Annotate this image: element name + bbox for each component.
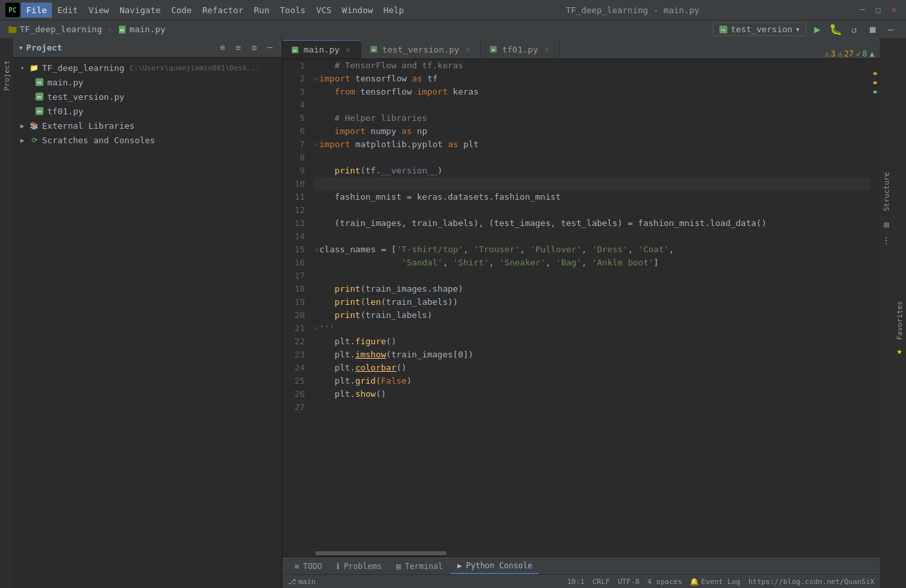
url-display[interactable]: https://blog.csdn.net/QuanSiX — [748, 577, 874, 586]
code-line-14 — [314, 230, 871, 243]
code-editor: 1 2 3 4 5 6 7 8 9 10 11 12 13 14 15 16 1… — [283, 59, 880, 550]
menu-refactor[interactable]: Refactor — [197, 3, 249, 18]
rerun-button[interactable]: ↺ — [847, 22, 861, 37]
settings-button[interactable]: ⚙ — [248, 41, 261, 55]
structure-label[interactable]: Structure — [880, 170, 894, 214]
ok-count[interactable]: ✓ 8 — [856, 49, 867, 58]
tab-tf01-close[interactable]: ✕ — [542, 45, 551, 54]
tab-tf01[interactable]: py tf01.py ✕ — [481, 40, 560, 58]
horizontal-scrollbar[interactable] — [283, 550, 880, 556]
menu-help[interactable]: Help — [378, 3, 409, 18]
project-side-label[interactable]: Project — [0, 58, 14, 93]
project-side-panel: Project — [0, 38, 13, 588]
svg-text:py: py — [492, 48, 495, 51]
code-line-25: plt.grid(False) — [314, 374, 871, 388]
code-line-9: print(tf.__version__) — [314, 164, 871, 177]
minimize-button[interactable]: ─ — [856, 3, 869, 16]
code-line-10 — [314, 177, 871, 191]
tab-python-console[interactable]: ▶ Python Console — [451, 558, 539, 574]
file-icon: py — [118, 25, 127, 34]
tree-item-external[interactable]: ▶ 📚 External Libraries — [13, 118, 282, 133]
line-num-13: 13 — [285, 217, 309, 230]
menu-file[interactable]: File — [21, 3, 52, 18]
code-line-26: plt.show() — [314, 388, 871, 401]
h-scrollbar-thumb[interactable] — [315, 551, 447, 555]
menu-navigate[interactable]: Navigate — [114, 3, 166, 18]
run-button[interactable]: ▶ — [810, 22, 825, 37]
line-num-5: 5 — [285, 112, 309, 125]
code-line-4 — [314, 99, 871, 112]
tree-item-tf01[interactable]: py tf01.py — [13, 104, 282, 118]
line-num-17: 17 — [285, 269, 309, 283]
tree-item-scratches[interactable]: ▶ ⟳ Scratches and Consoles — [13, 133, 282, 147]
tab-todo[interactable]: ≡ TODO — [288, 558, 328, 574]
run-config-dropdown-icon: ▾ — [795, 24, 800, 34]
minimize-panel-button[interactable]: ─ — [263, 41, 277, 55]
menu-edit[interactable]: Edit — [52, 3, 83, 18]
git-status[interactable]: ⎇ main — [288, 577, 316, 586]
menu-window[interactable]: Window — [337, 3, 378, 18]
main-py-icon: py — [34, 77, 45, 87]
code-line-22: plt.figure() — [314, 335, 871, 348]
svg-text:py: py — [37, 109, 41, 114]
line-ending[interactable]: CRLF — [593, 577, 610, 586]
charset[interactable]: UTF-8 — [618, 577, 639, 586]
line-num-27: 27 — [285, 401, 309, 414]
tab-main-py[interactable]: py main.py ✕ — [283, 40, 361, 58]
tab-tf01-icon: py — [489, 45, 498, 54]
scroll-warning-indicator — [873, 72, 877, 75]
bell-icon: 🔔 — [690, 577, 699, 586]
tree-item-main[interactable]: py main.py — [13, 75, 282, 89]
run-config-selector[interactable]: py test_version ▾ — [713, 22, 806, 36]
line-num-9: 9 — [285, 164, 309, 177]
cursor-position[interactable]: 10:1 — [567, 577, 585, 586]
breadcrumb-project[interactable]: TF_deep_learning — [8, 24, 102, 34]
line-num-4: 4 — [285, 99, 309, 112]
main-content: Project ▾ Project ⊕ ≡ ⚙ ─ ▾ 📁 TF_deep_le… — [0, 38, 906, 588]
code-content[interactable]: # TensorFlow and tf.keras ◁import tensor… — [311, 59, 871, 550]
status-bar: ⎇ main 10:1 CRLF UTF-8 4 spaces 🔔 Event … — [283, 574, 880, 588]
breadcrumb-file[interactable]: py main.py — [118, 24, 166, 34]
collapse-all-button[interactable]: ≡ — [232, 41, 245, 55]
favorites-label[interactable]: Favorites — [895, 301, 904, 340]
code-line-23: plt.imshow(train_images[0]) — [314, 348, 871, 361]
stop-button[interactable]: ⏹ — [865, 22, 880, 37]
pause-button[interactable]: ⋯ — [884, 22, 898, 37]
chevron-up-icon[interactable]: ▲ — [870, 49, 874, 58]
tab-bar: py main.py ✕ py test_version.py ✕ — [283, 38, 880, 59]
event-log-link[interactable]: 🔔 Event Log — [690, 577, 740, 586]
status-right: 10:1 CRLF UTF-8 4 spaces 🔔 Event Log htt… — [567, 577, 874, 586]
tab-test-close[interactable]: ✕ — [463, 45, 472, 54]
indent-settings[interactable]: 4 spaces — [647, 577, 682, 586]
line-num-26: 26 — [285, 388, 309, 401]
menu-tools[interactable]: Tools — [275, 3, 311, 18]
menu-run[interactable]: Run — [249, 3, 275, 18]
menu-view[interactable]: View — [83, 3, 114, 18]
caution-count[interactable]: ⚠ 27 — [838, 49, 854, 58]
project-icon — [8, 25, 17, 34]
debug-button[interactable]: 🐛 — [828, 22, 843, 37]
close-button[interactable]: ✕ — [888, 3, 901, 16]
tab-test-version[interactable]: py test_version.py ✕ — [361, 40, 481, 58]
tab-terminal[interactable]: ▤ Terminal — [390, 558, 449, 574]
tree-root-folder[interactable]: ▾ 📁 TF_deep_learning C:\Users\quanjiamin… — [13, 60, 282, 75]
breadcrumb: TF_deep_learning › py main.py — [8, 24, 166, 34]
warning-count[interactable]: ⚠ 3 — [825, 49, 835, 58]
tree-item-test-version[interactable]: py test_version.py — [13, 89, 282, 104]
tab-main-close[interactable]: ✕ — [344, 45, 353, 55]
todo-icon: ≡ — [294, 562, 299, 571]
structure-icon[interactable]: ⊞ — [884, 219, 889, 230]
svg-text:py: py — [372, 48, 375, 51]
menu-code[interactable]: Code — [166, 3, 197, 18]
external-libraries-icon: 📚 — [29, 120, 39, 131]
maximize-button[interactable]: □ — [872, 3, 885, 16]
code-line-16: ◁ 'Sandal', 'Shirt', 'Sneaker', 'Bag', '… — [314, 256, 871, 269]
menu-vcs[interactable]: VCS — [311, 3, 336, 18]
line-num-14: 14 — [285, 230, 309, 243]
structure-split-icon[interactable]: ⋮ — [882, 235, 891, 246]
tab-problems[interactable]: ℹ Problems — [330, 558, 388, 574]
favorites-star-icon[interactable]: ★ — [897, 346, 902, 356]
code-line-8 — [314, 151, 871, 164]
line-num-10: 10 — [285, 177, 309, 191]
locate-file-button[interactable]: ⊕ — [216, 41, 229, 55]
